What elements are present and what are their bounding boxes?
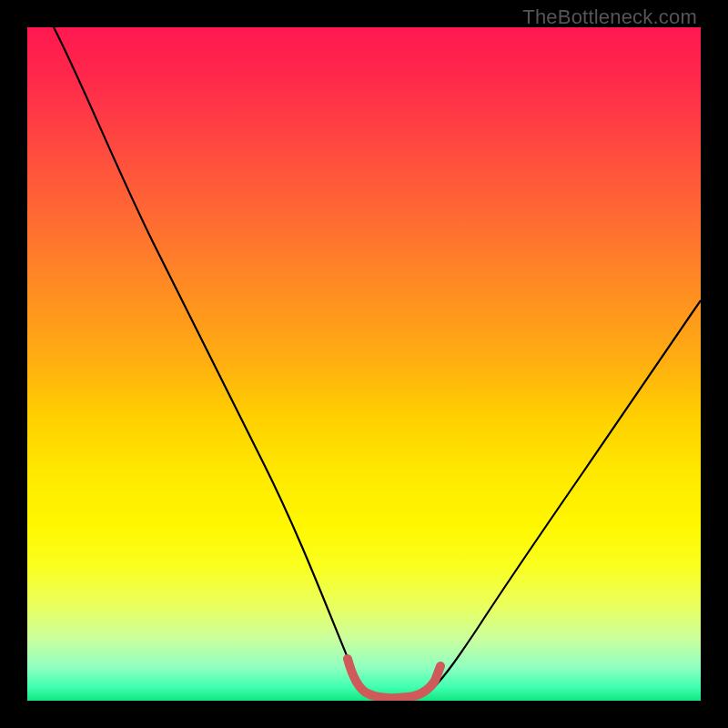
chart-svg — [27, 27, 701, 701]
watermark-text: TheBottleneck.com — [522, 5, 697, 29]
plateau-highlight — [348, 659, 440, 698]
plot-area — [27, 27, 701, 701]
bottleneck-curve — [54, 27, 701, 697]
